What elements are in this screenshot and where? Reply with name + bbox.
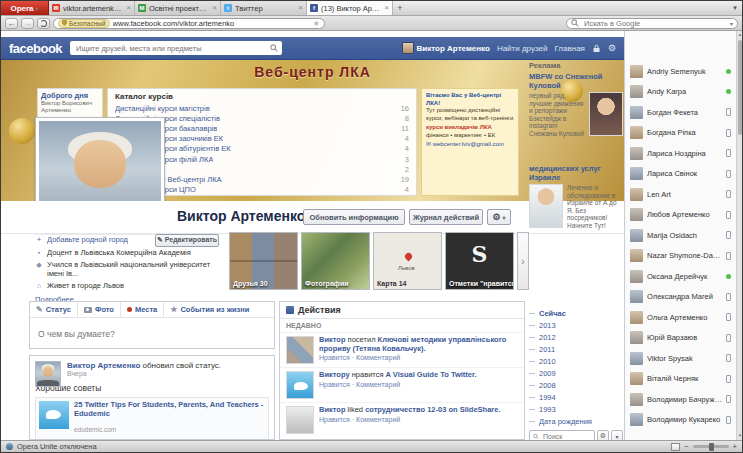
ad-item[interactable]: MBFW со Снеженой Куловой первый ряд, луч… — [529, 73, 623, 137]
forward-button[interactable]: → — [21, 18, 34, 29]
ad-title-link[interactable]: медицинских услуг Израиле — [529, 165, 623, 182]
tiles-next-arrow[interactable]: › — [517, 232, 529, 290]
tab-gmail[interactable]: ✉ viktor.artemenko@g... × — [49, 1, 135, 15]
timeline-link-year[interactable]: 2012 — [539, 333, 556, 342]
chat-friend-row[interactable]: Оксана Дерейчук — [625, 266, 736, 287]
about-city-text[interactable]: Живет в городе Львов — [47, 282, 124, 291]
tab-photo[interactable]: Фото — [78, 302, 121, 317]
chat-friend-row[interactable]: Юрій Варзаюв — [625, 328, 736, 349]
facebook-logo[interactable]: facebook — [9, 41, 62, 56]
settings-dropdown-button[interactable]: ⚙▾ — [487, 209, 511, 225]
chat-friend-row[interactable]: Богдана Ріпка — [625, 123, 736, 144]
tab-places[interactable]: Места — [121, 302, 164, 317]
about-education-text[interactable]: Учился в Львівський національний універс… — [47, 261, 223, 278]
nav-profile-link[interactable]: Виктор Артеменко — [402, 42, 490, 54]
timeline-link-year[interactable]: 2010 — [539, 357, 556, 366]
actor-link[interactable]: Виктор — [319, 405, 346, 414]
actor-link[interactable]: Виктору — [319, 370, 350, 379]
chat-friend-row[interactable]: Ольга Артеменко — [625, 307, 736, 328]
activity-thumbnail[interactable] — [286, 371, 314, 399]
tab-menu-icon[interactable]: ▾ — [728, 1, 742, 15]
nav-find-friends-link[interactable]: Найти друзей — [497, 44, 548, 53]
like-comment-links[interactable]: Нравится · Комментарий — [319, 416, 501, 423]
activity-log-button[interactable]: Журнал действий — [409, 209, 483, 225]
map-tile[interactable]: Львов Карта 14 — [373, 232, 442, 290]
timeline-link-year[interactable]: 1994 — [539, 393, 556, 402]
opera-menu-button[interactable]: Opera ▾ — [1, 1, 49, 15]
facebook-search-input[interactable] — [74, 43, 267, 54]
chat-search-field[interactable] — [529, 430, 595, 440]
course-link[interactable]: Дистанційні курси магістрів — [115, 104, 210, 113]
ad-item[interactable]: медицинских услуг Израиле Лечение и обсл… — [529, 165, 623, 229]
close-icon[interactable]: × — [212, 4, 217, 12]
chat-friend-row[interactable]: Володимир Бачружан — [625, 389, 736, 410]
close-icon[interactable]: × — [298, 4, 303, 12]
zoom-in-button[interactable]: + — [733, 442, 737, 451]
tab-mindmap[interactable]: M Освітні проекти - MindM... × — [135, 1, 221, 15]
timeline-link-now[interactable]: Сейчас — [539, 309, 566, 318]
chat-friend-row[interactable]: Віталій Черняк — [625, 369, 736, 390]
reload-button[interactable] — [37, 18, 50, 29]
opera-unite-icon[interactable] — [6, 443, 13, 450]
likes-tile[interactable]: S Отметки "нравится" — [445, 232, 514, 290]
zoom-out-button[interactable]: − — [684, 442, 688, 451]
google-search-field[interactable]: ▾ — [566, 18, 738, 29]
scroll-down-arrow[interactable]: ▼ — [737, 432, 742, 440]
status-input[interactable] — [36, 328, 268, 340]
avatar[interactable] — [35, 361, 61, 387]
vertical-scrollbar[interactable]: ▲ ▼ — [736, 31, 742, 440]
scrollbar-thumb[interactable] — [738, 40, 742, 135]
lock-icon[interactable] — [592, 44, 601, 53]
zoom-slider[interactable] — [693, 445, 729, 448]
friends-tile[interactable]: Друзья 30 — [229, 232, 298, 290]
edit-button[interactable]: ✎Редактировать — [155, 234, 219, 247]
add-hometown-link[interactable]: Добавьте родной город — [47, 236, 128, 245]
post-timestamp[interactable]: Вчера — [67, 370, 269, 377]
timeline-link-year[interactable]: 1993 — [539, 405, 556, 414]
chat-friend-row[interactable]: Andy Karpa — [625, 82, 736, 103]
chat-friend-row[interactable]: Viktor Spysak — [625, 348, 736, 369]
like-comment-links[interactable]: Нравится · Комментарий — [319, 354, 518, 361]
facebook-search-field[interactable] — [70, 41, 282, 55]
timeline-link-year[interactable]: 2009 — [539, 369, 556, 378]
chat-friend-row[interactable]: Любов Артеменко — [625, 205, 736, 226]
chat-friend-row[interactable]: Len Art — [625, 184, 736, 205]
timeline-link-birthdate[interactable]: Дата рождения — [539, 417, 592, 426]
chat-collapse-button[interactable]: ▾ — [611, 430, 623, 440]
chat-settings-button[interactable]: ⚙ — [597, 430, 609, 440]
chevron-down-icon[interactable]: ▾ — [730, 20, 733, 27]
timeline-link-year[interactable]: 2008 — [539, 381, 556, 390]
tab-life-event[interactable]: ★События из жизни — [164, 302, 255, 317]
ad-title-link[interactable]: MBFW со Снеженой Куловой — [529, 73, 623, 90]
activity-thumbnail[interactable] — [286, 406, 314, 434]
timeline-link-year[interactable]: 2011 — [539, 345, 555, 354]
activity-thumbnail[interactable] — [286, 336, 314, 364]
chat-friend-row[interactable]: Олександра Магей — [625, 287, 736, 308]
object-link[interactable]: сотрудничество 12-03 on SlideShare. — [365, 405, 500, 414]
chat-search-input[interactable] — [541, 432, 591, 441]
new-tab-button[interactable]: + — [393, 1, 407, 15]
link-title[interactable]: 25 Twitter Tips For Students, Parents, A… — [74, 401, 265, 418]
about-work-text[interactable]: Доцент в Львівська Комерційна Академія — [47, 249, 191, 258]
timeline-link-year[interactable]: 2013 — [539, 321, 556, 330]
google-search-input[interactable] — [582, 18, 727, 29]
chat-friend-row[interactable]: Nazar Shymone-Davyda — [625, 246, 736, 267]
chat-friend-row[interactable]: Лариса Ноздріна — [625, 143, 736, 164]
address-field[interactable]: Безопасный www.facebook.com/viktor.artem… — [53, 18, 325, 29]
chat-friend-row[interactable]: Marija Osidach — [625, 225, 736, 246]
view-mode-icon[interactable] — [671, 443, 680, 451]
chat-friend-row[interactable]: Andriy Semenyuk — [625, 61, 736, 82]
like-comment-links[interactable]: Нравится · Комментарий — [319, 381, 477, 388]
update-info-button[interactable]: Обновить информацию — [303, 209, 405, 225]
back-button[interactable]: ← — [5, 18, 18, 29]
zoom-slider-knob[interactable] — [709, 443, 714, 451]
link-preview-card[interactable]: 25 Twitter Tips For Students, Parents, A… — [35, 397, 269, 440]
tab-facebook-active[interactable]: f (13) Виктор Артеменко × — [307, 1, 393, 15]
nav-home-link[interactable]: Главная — [554, 44, 584, 53]
close-icon[interactable]: × — [384, 4, 389, 12]
tab-status[interactable]: ✎Статус — [30, 302, 78, 317]
gear-icon[interactable]: ⚙ — [608, 43, 616, 53]
security-badge[interactable]: Безопасный — [58, 19, 110, 28]
chat-friend-row[interactable]: Богдан Фекета — [625, 102, 736, 123]
tab-twitter[interactable]: t Твиттер × — [221, 1, 307, 15]
